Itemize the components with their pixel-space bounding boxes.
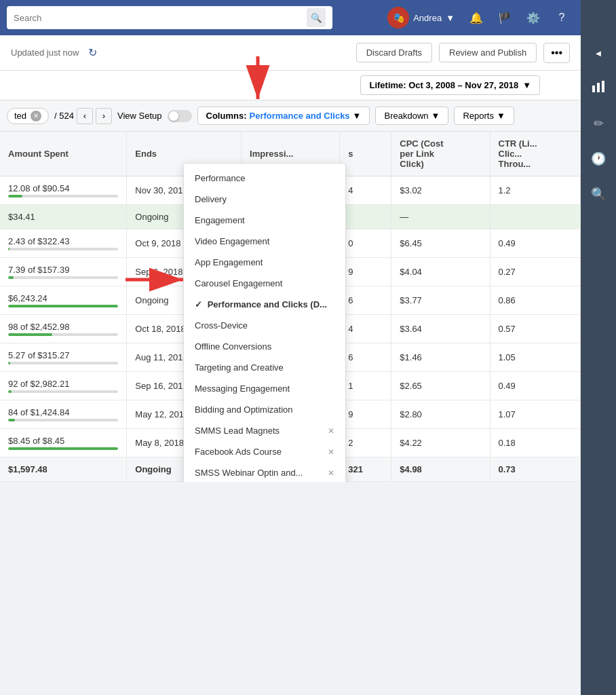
cell-s: 2 [340,429,391,457]
search-button[interactable]: 🔍 [307,8,326,27]
dropdown-item-performance[interactable]: Performance [184,168,345,189]
user-menu[interactable]: 🎭 Andrea ▼ [382,4,460,31]
cell-amount: 84 of $1,424.84 [0,400,127,429]
cell-amount: 98 of $2,452.98 [0,315,127,343]
breakdown-label: Breakdown [384,111,428,121]
user-name: Andrea [413,13,442,23]
cell-ctr [490,205,580,229]
cell-total-s: 321 [340,457,391,482]
cell-cpc: $4.22 [391,429,490,457]
close-smms-lead[interactable]: ✕ [328,426,334,436]
user-dropdown-arrow: ▼ [446,13,455,23]
sidebar-history-button[interactable]: 🕐 [581,141,616,176]
sidebar-edit-button[interactable]: ✏ [581,106,616,141]
clock-icon: 🕐 [591,151,606,166]
notifications-button[interactable]: 🔔 [464,5,488,30]
charts-icon [592,80,605,97]
next-page-button[interactable]: › [96,108,112,124]
table-container: Amount Spent Ends Impressi... s CPC (Cos… [0,132,581,482]
help-button[interactable]: ? [550,5,574,30]
dropdown-item-fb-ads[interactable]: Facebook Ads Course ✕ [184,441,345,462]
close-smss-webinar[interactable]: ✕ [328,468,334,478]
remove-filter-button[interactable]: ✕ [31,111,41,121]
reports-button[interactable]: Reports ▼ [454,107,514,125]
cell-amount: 7.39 of $157.39 [0,258,127,286]
cell-cpc: $1.46 [391,343,490,372]
cell-s: 9 [340,258,391,286]
sidebar-charts-button[interactable] [581,71,616,106]
cell-ctr: 0.86 [490,286,580,315]
cell-amount: 92 of $2,982.21 [0,372,127,400]
review-publish-button[interactable]: Review and Publish [439,43,537,62]
col-s: s [340,132,391,176]
svg-rect-7 [597,83,600,92]
svg-rect-6 [592,86,595,92]
cell-ctr: 0.27 [490,258,580,286]
dropdown-item-smms-lead[interactable]: SMMS Lead Magnets ✕ [184,420,345,441]
columns-button[interactable]: Columns: Performance and Clicks ▼ [197,107,370,125]
dropdown-item-carousel[interactable]: Carousel Engagement [184,273,345,294]
search-bar: 🔍 [7,6,332,29]
toolbar: Updated just now ↻ Discard Drafts Review… [0,35,581,71]
dropdown-item-video[interactable]: Video Engagement [184,231,345,252]
cell-ctr: 1.05 [490,343,580,372]
filter-label: ted [14,111,26,121]
dropdown-item-delivery[interactable]: Delivery [184,189,345,210]
cell-amount: $6,243.24 [0,286,127,315]
cell-total-ctr: 0.73 [490,457,580,482]
date-range-button[interactable]: Lifetime: Oct 3, 2008 – Nov 27, 2018 ▼ [360,75,540,95]
flag-button[interactable]: 🏴 [493,5,517,30]
cell-ctr: 0.49 [490,372,580,400]
dropdown-item-offline[interactable]: Offline Conversions [184,336,345,357]
date-range-text: Lifetime: Oct 3, 2008 – Nov 27, 2018 [369,80,518,90]
cell-ctr: 0.18 [490,429,580,457]
cell-s [340,205,391,229]
nav-icons: 🎭 Andrea ▼ 🔔 🏴 ⚙️ ? [382,4,574,31]
dropdown-item-targeting[interactable]: Targeting and Creative [184,357,345,378]
top-navigation: 🔍 🎭 Andrea ▼ 🔔 🏴 ⚙️ ? [0,0,581,35]
sidebar-back-button[interactable]: ◄ [581,35,616,71]
cell-cpc: $4.04 [391,258,490,286]
cell-s: 4 [340,176,391,205]
cell-total-cpc: $4.98 [391,457,490,482]
view-setup-label: View Setup [117,111,162,121]
cell-cpc: $3.02 [391,176,490,205]
cell-amount: 2.43 of $322.43 [0,229,127,258]
back-icon: ◄ [594,48,603,58]
reports-label: Reports [463,111,494,121]
columns-value: Performance and Clicks [249,111,349,121]
cell-cpc: $2.80 [391,400,490,429]
date-bar: Lifetime: Oct 3, 2008 – Nov 27, 2018 ▼ [0,71,581,100]
settings-button[interactable]: ⚙️ [521,5,545,30]
cell-amount: $8.45 of $8.45 [0,429,127,457]
date-range-arrow: ▼ [522,80,531,90]
dropdown-item-performance-clicks[interactable]: ✓ Performance and Clicks (D... [184,294,345,315]
sidebar-search-button[interactable]: 🔍 [581,176,616,212]
cell-cpc: $3.64 [391,315,490,343]
dropdown-item-cross-device[interactable]: Cross-Device [184,315,345,336]
cell-s: 0 [340,229,391,258]
close-fb-ads[interactable]: ✕ [328,447,334,457]
discard-drafts-button[interactable]: Discard Drafts [356,43,432,62]
dropdown-item-app[interactable]: App Engagement [184,252,345,273]
cell-cpc: $2.65 [391,372,490,400]
filter-badge: ted ✕ [7,108,49,124]
cell-amount: 12.08 of $90.54 [0,176,127,205]
dropdown-item-engagement[interactable]: Engagement [184,210,345,231]
prev-page-button[interactable]: ‹ [77,108,93,124]
search-input[interactable] [14,13,303,23]
pagination: / 524 ‹ › [54,108,112,124]
view-setup: View Setup [117,110,192,122]
breakdown-button[interactable]: Breakdown ▼ [375,107,448,125]
dropdown-item-smss-webinar[interactable]: SMSS Webinar Optin and... ✕ [184,462,345,482]
dropdown-item-messaging[interactable]: Messaging Engagement [184,378,345,399]
cell-amount: 5.27 of $315.27 [0,343,127,372]
col-amount-spent: Amount Spent [0,132,127,176]
view-setup-toggle[interactable] [168,110,192,122]
dropdown-item-bidding[interactable]: Bidding and Optimization [184,399,345,420]
magnifier-icon: 🔍 [591,187,606,202]
more-options-button[interactable]: ••• [543,43,570,63]
cell-s: 6 [340,343,391,372]
cell-s: 4 [340,315,391,343]
refresh-button[interactable]: ↻ [88,46,97,59]
